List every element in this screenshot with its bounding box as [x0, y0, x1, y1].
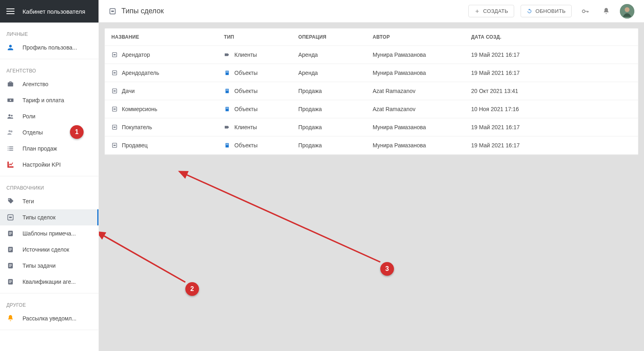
sidebar-item-label: Настройки KPI: [23, 161, 61, 168]
table-row[interactable]: ДачиОбъектыПродажаAzat Ramazanov20 Окт 2…: [105, 82, 638, 100]
section-label: ДРУГОЕ: [0, 297, 98, 310]
svg-line-23: [99, 232, 185, 282]
deal-icon: [6, 213, 14, 221]
section-label: АГЕНТСТВО: [0, 62, 98, 76]
sidebar-item[interactable]: Теги: [0, 193, 98, 209]
cell-date: 19 Май 2021 16:17: [471, 52, 552, 58]
col-header-name[interactable]: НАЗВАНИЕ: [111, 34, 224, 40]
sidebar-item[interactable]: Агентство: [0, 76, 98, 92]
sidebar-item-label: Профиль пользова...: [23, 44, 77, 51]
cell-operation: Продажа: [298, 124, 373, 130]
menu-toggle-icon[interactable]: [6, 8, 14, 14]
cell-author: Мунира Рамазанова: [373, 70, 471, 76]
cell-author: Мунира Рамазанова: [373, 124, 471, 130]
sidebar-item[interactable]: Роли: [0, 108, 98, 124]
sidebar-item-label: Типы сделок: [23, 214, 55, 221]
cell-operation: Аренда: [298, 52, 373, 58]
divider: [0, 330, 98, 330]
sidebar: Кабинет пользователя ЛИЧНЫЕПрофиль польз…: [0, 0, 99, 351]
table-row[interactable]: КоммерсионьОбъектыПродажаAzat Ramazanov1…: [105, 100, 638, 118]
cash-icon: [6, 96, 14, 104]
table-row[interactable]: АрендаторКлиентыАрендаМунира Рамазанова1…: [105, 46, 638, 64]
cell-operation: Продажа: [298, 88, 373, 94]
callout-2: 2: [185, 282, 199, 296]
topbar: Типы сделок СОЗДАТЬ ОБНОВИТЬ: [99, 0, 644, 23]
sidebar-title: Кабинет пользователя: [23, 8, 85, 15]
col-header-operation[interactable]: ОПЕРАЦИЯ: [298, 34, 373, 40]
avatar[interactable]: [620, 4, 634, 19]
callout-3: 3: [380, 262, 394, 276]
sidebar-item-label: Типы задачи: [23, 262, 55, 269]
note-icon: [6, 246, 14, 254]
create-button[interactable]: СОЗДАТЬ: [468, 5, 514, 17]
note-icon: [6, 229, 14, 237]
sidebar-item[interactable]: Типы сделок: [0, 209, 98, 225]
cell-name: Дачи: [122, 88, 135, 94]
notifications-button[interactable]: [599, 4, 613, 19]
cell-name: Арендатор: [122, 52, 150, 58]
bell-icon: [6, 314, 14, 322]
key-button[interactable]: [578, 4, 593, 19]
col-header-created[interactable]: ДАТА СОЗД.: [471, 34, 552, 40]
cell-type: Клиенты: [234, 52, 257, 58]
label-icon: [224, 124, 230, 130]
sidebar-item[interactable]: Отделы: [0, 124, 98, 140]
page-title: Типы сделок: [121, 7, 164, 15]
refresh-button[interactable]: ОБНОВИТЬ: [521, 5, 572, 17]
cell-author: Azat Ramazanov: [373, 88, 471, 94]
users-alt-icon: [6, 128, 14, 136]
chart-icon: [6, 161, 14, 169]
divider: [0, 293, 98, 293]
label-icon: [224, 52, 230, 58]
list-icon: [6, 145, 14, 153]
sidebar-item-label: Тариф и оплата: [23, 97, 64, 103]
briefcase-icon: [6, 80, 14, 88]
cell-author: Мунира Рамазанова: [373, 52, 471, 58]
sidebar-item-label: Рассылка уведомл...: [23, 315, 76, 322]
svg-point-21: [625, 7, 630, 12]
table-row[interactable]: ПродавецОбъектыПродажаМунира Рамазанова1…: [105, 136, 638, 155]
sidebar-item-label: План продаж: [23, 145, 57, 152]
sidebar-item[interactable]: Тариф и оплата: [0, 92, 98, 108]
col-header-author[interactable]: АВТОР: [373, 34, 471, 40]
users-icon: [6, 112, 14, 120]
sidebar-item[interactable]: Источники сделок: [0, 242, 98, 258]
tag-icon: [6, 197, 14, 205]
sidebar-item-label: Роли: [23, 113, 35, 120]
table-row[interactable]: ПокупательКлиентыПродажаМунира Рамазанов…: [105, 118, 638, 136]
section-label: СПРАВОЧНИКИ: [0, 180, 98, 193]
cell-date: 10 Ноя 2021 17:16: [471, 106, 552, 112]
building-icon: [224, 70, 230, 76]
sidebar-item-label: Теги: [23, 198, 34, 204]
sidebar-item-label: Источники сделок: [23, 246, 69, 253]
divider: [0, 176, 98, 176]
deal-icon: [111, 52, 118, 58]
deal-icon: [111, 88, 118, 94]
sidebar-item[interactable]: Шаблоны примеча...: [0, 225, 98, 242]
deal-icon: [111, 124, 118, 130]
plus-icon: [474, 8, 480, 14]
cell-date: 20 Окт 2021 13:41: [471, 88, 552, 94]
cell-name: Продавец: [122, 142, 148, 149]
deals-table: НАЗВАНИЕ ТИП ОПЕРАЦИЯ АВТОР ДАТА СОЗД. А…: [105, 28, 638, 155]
cell-type: Объекты: [234, 88, 258, 94]
building-icon: [224, 106, 230, 112]
cell-operation: Продажа: [298, 142, 373, 149]
deal-icon: [109, 7, 117, 15]
cell-author: Azat Ramazanov: [373, 106, 471, 112]
sidebar-item[interactable]: Квалификации аге...: [0, 274, 98, 290]
sidebar-item[interactable]: План продаж: [0, 140, 98, 157]
sidebar-item[interactable]: Настройки KPI: [0, 157, 98, 173]
note-icon: [6, 262, 14, 270]
deal-icon: [111, 142, 118, 149]
building-icon: [224, 88, 230, 94]
note-icon: [6, 278, 14, 286]
cell-date: 19 Май 2021 16:17: [471, 142, 552, 149]
table-row[interactable]: АрендодательОбъектыАрендаМунира Рамазано…: [105, 64, 638, 82]
sidebar-item[interactable]: Типы задачи: [0, 258, 98, 274]
col-header-type[interactable]: ТИП: [224, 34, 298, 40]
sidebar-item[interactable]: Профиль пользова...: [0, 39, 98, 56]
sidebar-item[interactable]: Рассылка уведомл...: [0, 310, 98, 326]
create-button-label: СОЗДАТЬ: [483, 8, 508, 14]
main: Типы сделок СОЗДАТЬ ОБНОВИТЬ НАЗВАНИЕ ТИ…: [99, 0, 644, 351]
